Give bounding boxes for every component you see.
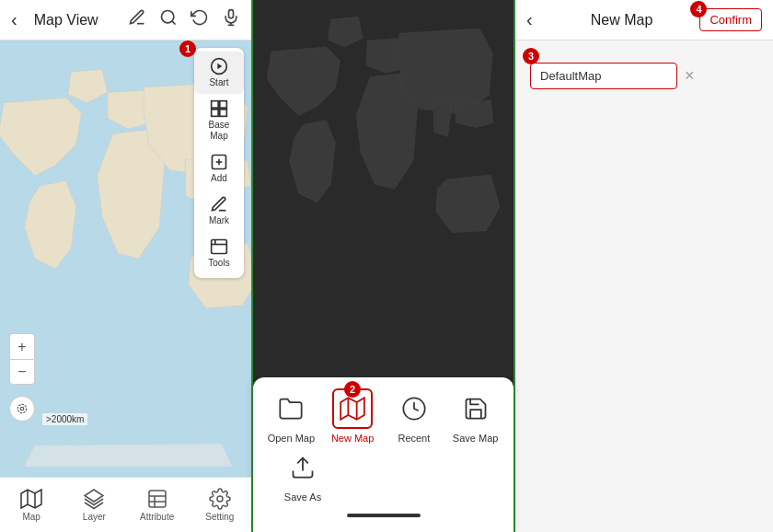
map-nav-icon	[20, 488, 42, 510]
clear-name-button[interactable]: ×	[685, 66, 695, 86]
open-map-label: Open Map	[268, 433, 315, 444]
right-panel-title: New Map	[544, 12, 700, 29]
tools-label: Tools	[208, 258, 229, 269]
nav-map[interactable]: Map	[0, 488, 63, 522]
home-indicator	[253, 506, 513, 525]
confirm-button[interactable]: Confirm	[699, 8, 762, 31]
svg-point-28	[217, 496, 223, 502]
zoom-out-button[interactable]: −	[9, 359, 35, 385]
nav-attribute-label: Attribute	[140, 512, 174, 522]
svg-marker-23	[85, 490, 103, 502]
undo-icon[interactable]	[190, 8, 209, 31]
start-label: Start	[209, 77, 228, 88]
save-as-label: Save As	[284, 492, 321, 503]
mic-icon[interactable]	[222, 8, 240, 31]
svg-rect-2	[229, 10, 234, 18]
toolbar-add[interactable]: Add	[194, 147, 244, 190]
mark-label: Mark	[209, 215, 229, 226]
nav-layer[interactable]: Layer	[63, 488, 125, 522]
new-map-item[interactable]: 2 New Map	[325, 388, 380, 444]
map-controls: + −	[9, 333, 35, 385]
save-map-label: Save Map	[453, 433, 499, 444]
svg-rect-24	[149, 491, 166, 507]
nav-setting[interactable]: Setting	[189, 488, 251, 522]
middle-map-area	[253, 0, 513, 377]
sidebar-toolbar: 1 Start BaseMap Add	[194, 48, 244, 278]
back-button[interactable]: ‹	[11, 9, 17, 30]
svg-marker-7	[217, 64, 222, 70]
dark-world-map	[253, 0, 513, 377]
new-map-label: New Map	[331, 433, 374, 444]
mark-icon	[210, 195, 228, 214]
recent-label: Recent	[398, 433, 430, 444]
svg-marker-30	[340, 398, 364, 419]
svg-rect-15	[212, 240, 227, 254]
nav-map-label: Map	[22, 512, 40, 522]
tools-icon	[210, 237, 228, 256]
attribute-nav-icon	[146, 488, 168, 510]
add-label: Add	[211, 173, 227, 184]
map-name-row: 3 ×	[530, 55, 758, 89]
save-map-icon-wrap	[456, 388, 496, 429]
gps-button[interactable]	[9, 396, 35, 422]
toolbar-tools[interactable]: Tools	[194, 232, 244, 274]
step-2-badge: 2	[344, 381, 361, 398]
right-panel: ‹ New Map 4 Confirm 3 ×	[515, 0, 773, 532]
step-3-badge: 3	[523, 48, 539, 64]
nav-attribute[interactable]: Attribute	[126, 488, 189, 522]
recent-icon	[401, 396, 427, 422]
save-as-icon-wrap	[283, 447, 323, 488]
save-as-icon	[290, 455, 316, 480]
svg-marker-20	[21, 490, 41, 508]
zoom-in-button[interactable]: +	[9, 333, 35, 359]
save-map-item[interactable]: Save Map	[448, 388, 503, 444]
setting-nav-icon	[209, 488, 231, 510]
header-icons	[128, 8, 240, 31]
svg-rect-10	[212, 110, 219, 117]
map-area: 1 Start BaseMap Add	[0, 40, 251, 477]
layer-nav-icon	[83, 488, 105, 510]
right-back-button[interactable]: ‹	[526, 9, 533, 30]
right-header: ‹ New Map 4 Confirm	[515, 0, 773, 40]
svg-point-0	[162, 11, 174, 23]
toolbar-basemap[interactable]: BaseMap	[194, 94, 244, 147]
start-icon	[210, 57, 228, 75]
svg-point-18	[20, 407, 24, 411]
map-scale: >2000km	[42, 413, 87, 425]
svg-point-19	[17, 404, 26, 412]
search-icon[interactable]	[159, 8, 178, 31]
home-bar	[347, 514, 421, 517]
nav-setting-label: Setting	[205, 512, 234, 522]
nav-layer-label: Layer	[83, 512, 106, 522]
basemap-label: BaseMap	[209, 120, 230, 142]
svg-rect-9	[220, 101, 227, 109]
save-map-icon	[463, 396, 489, 422]
right-content: 3 ×	[515, 40, 773, 532]
confirm-wrapper: 4 Confirm	[699, 8, 762, 31]
bottom-menu-row-1: Open Map 2 New Map	[253, 388, 513, 444]
recent-item[interactable]: Recent	[386, 388, 442, 444]
bottom-nav: Map Layer Attribute Setting	[0, 477, 251, 532]
add-icon	[210, 153, 228, 171]
bottom-menu-row-2: Save As	[253, 447, 513, 503]
svg-rect-8	[212, 101, 219, 109]
save-as-item[interactable]: Save As	[275, 447, 330, 503]
step-1-badge: 1	[179, 40, 196, 57]
svg-rect-11	[220, 110, 227, 117]
basemap-icon	[210, 99, 228, 118]
draw-icon[interactable]	[128, 8, 146, 31]
middle-bottom-menu: Open Map 2 New Map	[253, 377, 513, 532]
svg-line-1	[172, 21, 176, 25]
toolbar-mark[interactable]: Mark	[194, 190, 244, 232]
open-map-icon	[278, 396, 304, 422]
map-name-input[interactable]	[530, 63, 677, 89]
open-map-item[interactable]: Open Map	[263, 388, 318, 444]
toolbar-start[interactable]: Start	[194, 52, 244, 94]
left-panel-title: Map View	[34, 12, 111, 29]
new-map-icon	[340, 396, 365, 422]
left-panel: ‹ Map View	[0, 0, 253, 532]
recent-icon-wrap	[394, 388, 434, 429]
left-header: ‹ Map View	[0, 0, 251, 40]
open-map-icon-wrap	[271, 388, 311, 429]
middle-panel: Open Map 2 New Map	[253, 0, 515, 532]
